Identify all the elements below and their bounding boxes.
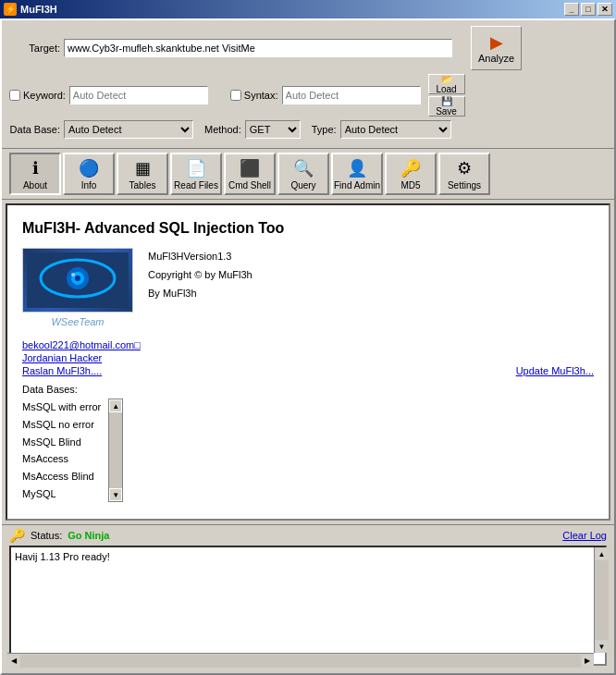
log-text: Havij 1.13 Pro ready! — [15, 551, 601, 562]
save-icon: 💾 — [441, 96, 452, 106]
log-area[interactable]: Havij 1.13 Pro ready! — [9, 546, 607, 666]
query-icon: 🔍 — [293, 158, 314, 178]
analyze-icon: ▶ — [490, 32, 503, 53]
tables-button[interactable]: ▦ Tables — [117, 153, 168, 195]
list-item: MsSQL Blind — [22, 434, 101, 451]
cmd-shell-button[interactable]: ⬛ Cmd Shell — [224, 153, 276, 195]
status-left: 🔑 Status: Go Ninja — [9, 528, 109, 543]
db-scroll-track — [109, 412, 122, 488]
logo-text: WSeeTeam — [51, 316, 104, 328]
log-scroll-track-v — [595, 560, 609, 640]
target-label: Target: — [9, 43, 60, 54]
log-scroll-left[interactable]: ◀ — [7, 655, 20, 668]
svg-point-4 — [75, 276, 80, 281]
clear-log-button[interactable]: Clear Log — [562, 530, 607, 541]
form-area: Target: ▶ Analyze Keyword: Syntax: — [2, 20, 614, 149]
type-select[interactable]: Auto Detect — [340, 120, 451, 139]
author-text: By MuFl3h — [148, 285, 253, 303]
save-button[interactable]: 💾 Save — [428, 96, 465, 117]
update-link[interactable]: Update MuFl3h... — [516, 365, 594, 376]
load-icon: 📂 — [441, 74, 452, 84]
method-select[interactable]: GET POST — [245, 120, 301, 139]
read-files-label: Read Files — [174, 180, 218, 190]
status-value: Go Ninja — [68, 530, 109, 541]
query-button[interactable]: 🔍 Query — [277, 153, 329, 195]
version-text: MuFl3HVersion1.3 — [148, 248, 253, 266]
keyword-label: Keyword: — [23, 90, 66, 101]
version-info: MuFl3HVersion1.3 Copyright © by MuFl3h B… — [148, 248, 253, 328]
databases-label: Data Bases: — [22, 384, 594, 395]
read-files-icon: 📄 — [186, 158, 206, 178]
query-label: Query — [290, 180, 315, 190]
info-button[interactable]: 🔵 Info — [63, 153, 115, 195]
title-bar-buttons: _ □ ✕ — [564, 3, 612, 16]
read-files-button[interactable]: 📄 Read Files — [170, 153, 222, 195]
analyze-label: Analyze — [478, 53, 514, 64]
about-label: About — [23, 180, 47, 190]
load-button[interactable]: 📂 Load — [428, 74, 465, 94]
log-horizontal-scrollbar[interactable]: ◀ ▶ — [7, 653, 594, 668]
log-wrapper: Havij 1.13 Pro ready! ▲ ▼ ◀ ▶ — [6, 546, 610, 669]
syntax-checkbox[interactable] — [230, 90, 241, 101]
email-link[interactable]: bekool221@hotmail.com□ — [22, 339, 594, 350]
list-item: MsSQL no error — [22, 416, 101, 434]
db-items: MsSQL with error MsSQL no error MsSQL Bl… — [22, 399, 101, 502]
log-scroll-right[interactable]: ▶ — [581, 655, 594, 668]
md5-label: MD5 — [400, 180, 420, 190]
about-icon: ℹ — [32, 158, 39, 178]
log-scroll-track-h — [20, 655, 581, 668]
logo-area — [22, 248, 133, 313]
about-body: WSeeTeam MuFl3HVersion1.3 Copyright © by… — [22, 248, 594, 328]
md5-button[interactable]: 🔑 MD5 — [385, 153, 437, 195]
target-input[interactable] — [64, 39, 452, 57]
md5-icon: 🔑 — [400, 158, 421, 178]
raslan-link[interactable]: Raslan MuFl3h.... — [22, 365, 102, 376]
syntax-checkbox-label[interactable]: Syntax: — [230, 90, 278, 101]
settings-icon: ⚙ — [457, 158, 472, 178]
logo-wrapper: WSeeTeam — [22, 248, 133, 328]
keyword-input[interactable] — [69, 86, 208, 104]
raslan-row: Raslan MuFl3h.... Update MuFl3h... — [22, 365, 594, 376]
database-label: Data Base: — [9, 124, 60, 135]
save-label: Save — [436, 106, 457, 117]
status-label: Status: — [31, 530, 62, 541]
info-icon: 🔵 — [79, 158, 99, 178]
about-button[interactable]: ℹ About — [9, 153, 61, 195]
target-row: Target: ▶ Analyze — [9, 26, 607, 70]
content-title: MuFI3H- Advanced SQL Injection Too — [22, 220, 594, 237]
close-button[interactable]: ✕ — [598, 3, 612, 16]
status-icon: 🔑 — [9, 528, 25, 543]
location-text: Jordanian Hacker — [22, 352, 594, 363]
tables-icon: ▦ — [135, 158, 151, 178]
databases-section: Data Bases: MsSQL with error MsSQL no er… — [22, 384, 594, 502]
analyze-button[interactable]: ▶ Analyze — [471, 26, 522, 70]
maximize-button[interactable]: □ — [581, 3, 596, 16]
type-label: Type: — [312, 124, 337, 135]
log-vertical-scrollbar[interactable]: ▲ ▼ — [594, 547, 609, 653]
title-bar: ⚡ MuFI3H _ □ ✕ — [0, 0, 616, 18]
find-admin-button[interactable]: 👤 Find Admin — [331, 153, 383, 195]
list-item: MsSQL with error — [22, 399, 101, 416]
keyword-syntax-row: Keyword: Syntax: 📂 Load 💾 Save — [9, 74, 607, 117]
settings-button[interactable]: ⚙ Settings — [438, 153, 490, 195]
tables-label: Tables — [129, 180, 156, 190]
info-label: Info — [81, 180, 97, 190]
keyword-checkbox-label[interactable]: Keyword: — [9, 90, 66, 101]
minimize-button[interactable]: _ — [564, 3, 579, 16]
db-scrollbar: ▲ ▼ — [108, 399, 123, 502]
status-bar: 🔑 Status: Go Ninja Clear Log — [2, 524, 614, 546]
db-scroll-up[interactable]: ▲ — [109, 399, 122, 412]
svg-point-5 — [71, 273, 75, 276]
window-title: MuFI3H — [20, 4, 57, 15]
database-select[interactable]: Auto Detect — [64, 120, 193, 139]
list-item: MsAccess — [22, 450, 101, 468]
app-icon: ⚡ — [4, 3, 17, 16]
keyword-checkbox[interactable] — [9, 90, 20, 101]
syntax-input[interactable] — [282, 86, 421, 104]
databases-list: MsSQL with error MsSQL no error MsSQL Bl… — [22, 399, 594, 502]
log-scroll-up[interactable]: ▲ — [595, 547, 609, 560]
db-scroll-down[interactable]: ▼ — [109, 488, 122, 501]
database-method-row: Data Base: Auto Detect Method: GET POST … — [9, 120, 607, 139]
settings-label: Settings — [448, 180, 481, 190]
log-scroll-down[interactable]: ▼ — [595, 640, 609, 653]
